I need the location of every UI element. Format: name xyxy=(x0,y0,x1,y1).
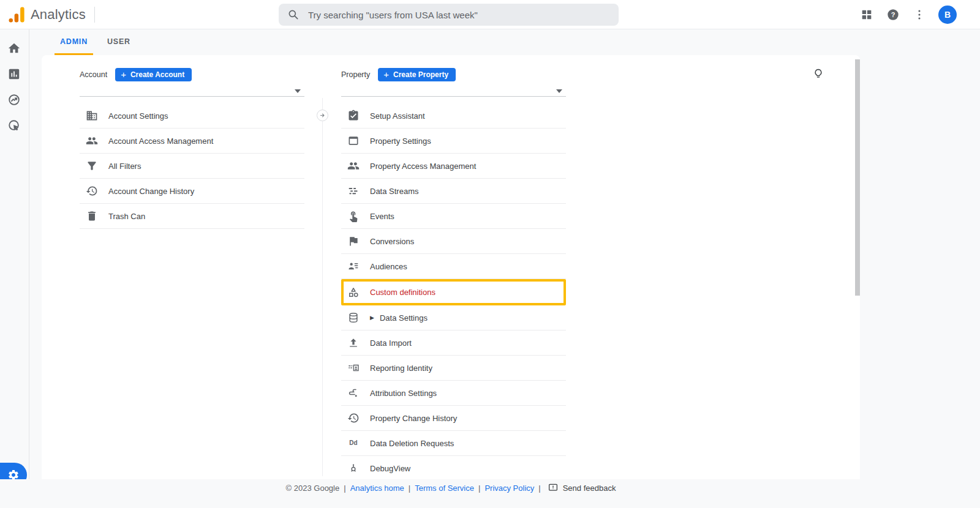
menu-item-label: Data Import xyxy=(370,338,412,348)
create-account-button[interactable]: + Create Account xyxy=(115,68,192,81)
arrow-right-icon xyxy=(318,111,326,119)
copyright-text: © 2023 Google xyxy=(286,484,340,493)
upload-icon xyxy=(347,337,360,349)
sidebar-item-advertising[interactable] xyxy=(7,119,22,133)
dd-icon: Dd xyxy=(347,437,360,449)
account-selector[interactable] xyxy=(80,84,304,97)
menu-item-label: Events xyxy=(370,212,394,221)
menu-item-label: Reporting Identity xyxy=(370,364,432,373)
apps-grid-button[interactable] xyxy=(859,7,874,22)
data-streams-icon xyxy=(347,185,360,197)
menu-item-label: Attribution Settings xyxy=(370,389,437,398)
menu-item-events[interactable]: Events xyxy=(341,204,566,229)
menu-item-label: Custom definitions xyxy=(370,288,435,297)
explore-icon xyxy=(7,93,21,106)
menu-item-debugview[interactable]: DebugView xyxy=(341,456,566,479)
groups-icon xyxy=(86,135,98,147)
more-vert-icon xyxy=(913,8,926,21)
menu-item-label: DebugView xyxy=(370,464,410,473)
plus-icon: + xyxy=(121,70,126,79)
more-options-button[interactable] xyxy=(912,7,927,22)
expand-arrow-icon[interactable]: ▶ xyxy=(370,315,374,321)
history-icon xyxy=(86,185,98,197)
menu-item-setup-assistant[interactable]: Setup Assistant xyxy=(341,103,566,129)
footer-links: |Analytics home|Terms of Service|Privacy… xyxy=(344,484,534,493)
footer-link-analytics-home[interactable]: Analytics home xyxy=(350,484,404,493)
footer-link-privacy-policy[interactable]: Privacy Policy xyxy=(484,484,534,493)
tab-user[interactable]: USER xyxy=(102,29,136,55)
ga-admin-page: Analytics ? B ADMIN USER Account xyxy=(0,0,980,508)
menu-item-property-access-management[interactable]: Property Access Management xyxy=(341,154,566,179)
search-bar[interactable] xyxy=(279,4,619,26)
sidebar-item-reports[interactable] xyxy=(7,67,22,82)
audiences-icon xyxy=(347,260,360,272)
svg-text:?: ? xyxy=(891,11,895,18)
account-column: Account + Create Account Account Setting… xyxy=(80,55,304,229)
admin-content-card: Account + Create Account Account Setting… xyxy=(42,55,860,479)
menu-item-account-change-history[interactable]: Account Change History xyxy=(80,179,304,204)
column-expand-button[interactable] xyxy=(317,110,328,121)
setup-assistant-icon xyxy=(347,110,360,122)
footer-content: © 2023 Google |Analytics home|Terms of S… xyxy=(42,479,860,493)
menu-item-custom-definitions[interactable]: Custom definitions xyxy=(341,279,566,305)
menu-item-label: Trash Can xyxy=(108,212,145,221)
menu-item-property-change-history[interactable]: Property Change History xyxy=(341,406,566,431)
menu-item-conversions[interactable]: Conversions xyxy=(341,229,566,254)
sidebar-item-explore[interactable] xyxy=(7,93,22,108)
menu-item-property-settings[interactable]: Property Settings xyxy=(341,129,566,154)
menu-item-label: Data Settings xyxy=(380,313,428,323)
trash-icon xyxy=(86,210,98,222)
avatar[interactable]: B xyxy=(938,6,957,24)
groups-icon xyxy=(347,160,360,172)
create-property-label: Create Property xyxy=(393,70,448,79)
menu-item-label: Data Streams xyxy=(370,187,418,196)
dropdown-caret-icon xyxy=(556,89,562,93)
footer-separator: | xyxy=(478,484,480,493)
footer-link-terms-of-service[interactable]: Terms of Service xyxy=(415,484,474,493)
tips-button[interactable] xyxy=(812,67,825,81)
menu-item-audiences[interactable]: Audiences xyxy=(341,254,566,279)
menu-item-reporting-identity[interactable]: Reporting Identity xyxy=(341,356,566,381)
business-icon xyxy=(86,110,98,122)
topbar-actions: ? B xyxy=(859,0,957,29)
menu-item-label: Property Settings xyxy=(370,136,431,146)
create-property-button[interactable]: + Create Property xyxy=(378,68,456,81)
vertical-scrollbar[interactable] xyxy=(855,59,860,296)
property-menu: Setup AssistantProperty SettingsProperty… xyxy=(341,103,566,479)
top-bar: Analytics ? B xyxy=(0,0,980,29)
menu-item-data-streams[interactable]: Data Streams xyxy=(341,179,566,204)
menu-item-label: All Filters xyxy=(108,162,141,171)
menu-item-data-settings[interactable]: ▶Data Settings xyxy=(341,305,566,331)
menu-item-attribution-settings[interactable]: Attribution Settings xyxy=(341,381,566,406)
menu-item-account-settings[interactable]: Account Settings xyxy=(80,103,304,129)
send-feedback-link[interactable]: Send feedback xyxy=(563,484,616,493)
lightbulb-icon xyxy=(812,67,825,81)
logo-divider xyxy=(94,7,95,23)
menu-item-label: Account Access Management xyxy=(108,136,213,146)
menu-item-label: Conversions xyxy=(370,237,414,246)
logo-area[interactable]: Analytics xyxy=(0,6,95,24)
shapes-icon xyxy=(347,286,360,299)
menu-item-all-filters[interactable]: All Filters xyxy=(80,154,304,179)
menu-item-account-access-management[interactable]: Account Access Management xyxy=(80,129,304,154)
attribution-icon xyxy=(347,387,360,399)
home-icon xyxy=(7,42,21,55)
app-sidebar xyxy=(0,29,29,508)
property-header: Property + Create Property xyxy=(341,67,566,81)
menu-item-label: Account Settings xyxy=(108,111,168,121)
database-icon xyxy=(347,312,360,324)
search-icon xyxy=(287,9,300,21)
menu-item-label: Account Change History xyxy=(108,187,194,196)
sidebar-item-home[interactable] xyxy=(7,42,22,56)
tab-admin[interactable]: ADMIN xyxy=(55,29,93,55)
touch-icon xyxy=(347,210,360,222)
property-label: Property xyxy=(341,70,370,79)
help-button[interactable]: ? xyxy=(886,7,900,22)
history-icon xyxy=(347,412,360,424)
google-analytics-logo-icon xyxy=(7,6,26,24)
search-input[interactable] xyxy=(307,9,603,21)
property-selector[interactable] xyxy=(341,84,566,97)
menu-item-data-deletion-requests[interactable]: DdData Deletion Requests xyxy=(341,431,566,456)
menu-item-data-import[interactable]: Data Import xyxy=(341,331,566,356)
menu-item-trash-can[interactable]: Trash Can xyxy=(80,204,304,229)
